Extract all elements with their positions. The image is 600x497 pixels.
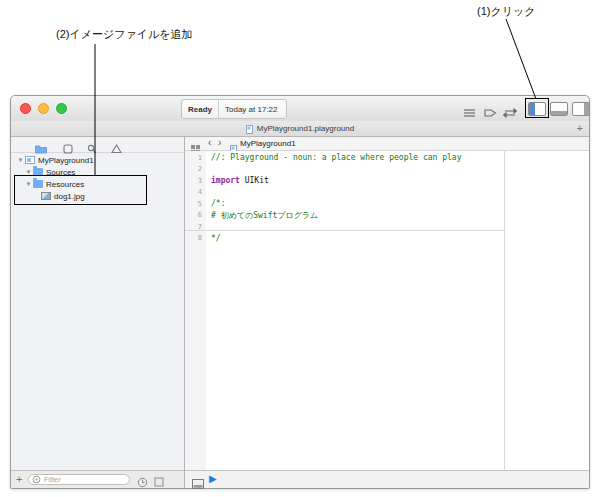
code-token-keyword: import <box>211 176 240 185</box>
back-button[interactable]: ‹ <box>208 137 211 148</box>
utilities-panel-fill <box>584 103 589 115</box>
zoom-window-button[interactable] <box>56 103 67 114</box>
code-line-2[interactable]: 2 <box>185 164 589 176</box>
add-file-button[interactable]: + <box>16 473 22 485</box>
recent-files-icon[interactable] <box>137 474 148 492</box>
run-playground-button[interactable]: ▶ <box>209 473 217 484</box>
toggle-navigator-button[interactable] <box>528 102 546 116</box>
code-line-8[interactable]: 8*/ <box>185 233 589 245</box>
navigator-item-label: Resources <box>46 180 84 189</box>
tab-bar[interactable]: MyPlayground1.playground + <box>11 121 589 137</box>
navigator-item-label: Sources <box>46 168 75 177</box>
tag-icon[interactable] <box>484 104 497 122</box>
code-token-comment: # 初めてのSwiftプログラム <box>211 211 318 220</box>
code-token-plain: UIKit <box>240 176 269 185</box>
navigator-item-dog1-jpg[interactable]: dog1.jpg <box>11 190 184 202</box>
navigator-panel-fill <box>529 103 535 115</box>
code-token-comment: /*: <box>211 199 225 208</box>
line-number: 6 <box>185 211 202 219</box>
debug-panel-fill <box>551 111 567 115</box>
annotation-add-image: (2)イメージファイルを追加 <box>56 27 193 42</box>
traffic-lights <box>20 103 67 114</box>
flagged-files-icon[interactable] <box>154 474 164 492</box>
navigator-panel: ▾MyPlayground1▾Sources▾Resourcesdog1.jpg… <box>11 137 185 488</box>
toggle-utilities-button[interactable] <box>572 102 590 116</box>
playground-file-icon <box>25 156 35 164</box>
playground-markup-divider <box>185 230 505 231</box>
code-token-comment: //: Playground - noun: a place where peo… <box>211 153 461 162</box>
folder-icon <box>33 168 43 176</box>
disclosure-triangle-icon[interactable]: ▾ <box>24 168 33 176</box>
disclosure-triangle-icon[interactable]: ▾ <box>16 156 25 164</box>
code-line-3[interactable]: 3import UIKit <box>185 175 589 187</box>
code-text: //: Playground - noun: a place where peo… <box>202 153 461 162</box>
line-number: 2 <box>185 165 202 173</box>
code-line-6[interactable]: 6# 初めてのSwiftプログラム <box>185 210 589 222</box>
filter-field[interactable]: Filter <box>28 474 130 485</box>
annotation-click: (1)クリック <box>477 4 535 19</box>
code-text: import UIKit <box>202 176 269 185</box>
file-tree: ▾MyPlayground1▾Sources▾Resourcesdog1.jpg <box>11 154 184 202</box>
navigator-item-label: dog1.jpg <box>54 192 85 201</box>
window-content: ▾MyPlayground1▾Sources▾Resourcesdog1.jpg… <box>11 137 589 488</box>
code-token-comment: */ <box>211 234 221 243</box>
source-editor[interactable]: 1//: Playground - noun: a place where pe… <box>185 151 589 470</box>
line-number: 8 <box>185 234 202 242</box>
toggle-debug-area-button[interactable] <box>550 102 568 116</box>
filter-placeholder: Filter <box>44 475 61 484</box>
line-number: 3 <box>185 177 202 185</box>
titlebar: Ready Today at 17:22 <box>11 96 589 122</box>
navigator-item-myplayground1[interactable]: ▾MyPlayground1 <box>11 154 184 166</box>
disclosure-triangle-icon[interactable]: ▾ <box>24 180 33 188</box>
code-line-1[interactable]: 1//: Playground - noun: a place where pe… <box>185 152 589 164</box>
annotation-line-click <box>506 19 536 99</box>
code-line-4[interactable]: 4 <box>185 187 589 199</box>
results-sidebar-divider <box>504 151 505 470</box>
screenshot-canvas: (1)クリック (2)イメージファイルを追加 Ready Today at 17… <box>0 0 600 497</box>
code-text: /*: <box>202 199 225 208</box>
minimize-window-button[interactable] <box>38 103 49 114</box>
add-tab-button[interactable]: + <box>577 122 583 134</box>
tab-title: MyPlayground1.playground <box>257 124 354 133</box>
tab-document-icon <box>246 120 253 138</box>
jump-bar: ‹ › MyPlayground1 <box>185 137 589 151</box>
status-primary: Ready <box>182 100 218 118</box>
code-text: */ <box>202 234 221 243</box>
forward-button[interactable]: › <box>218 137 221 148</box>
editor-list-icon[interactable] <box>463 104 476 122</box>
toggle-debug-icon[interactable] <box>192 475 204 493</box>
navigator-item-resources[interactable]: ▾Resources <box>11 178 184 190</box>
filter-scope-icon <box>32 475 41 484</box>
close-window-button[interactable] <box>20 103 31 114</box>
folder-icon <box>33 180 43 188</box>
editor-panel: ‹ › MyPlayground1 1//: Playground - noun… <box>185 137 589 488</box>
jumpbar-file-name[interactable]: MyPlayground1 <box>240 139 296 148</box>
line-number: 5 <box>185 200 202 208</box>
navigator-bottom-bar: + Filter <box>11 470 184 488</box>
xcode-window: Ready Today at 17:22 <box>10 95 590 489</box>
swap-arrows-icon[interactable] <box>503 104 517 122</box>
line-number: 1 <box>185 154 202 162</box>
navigator-item-sources[interactable]: ▾Sources <box>11 166 184 178</box>
image-file-icon <box>41 192 51 200</box>
debug-bar: ▶ <box>185 470 589 488</box>
code-text: # 初めてのSwiftプログラム <box>202 210 318 221</box>
navigator-item-label: MyPlayground1 <box>38 156 94 165</box>
line-number: 4 <box>185 188 202 196</box>
navigator-toolbar <box>11 137 184 153</box>
code-line-5[interactable]: 5/*: <box>185 198 589 210</box>
activity-viewer: Ready Today at 17:22 <box>181 99 287 119</box>
status-secondary: Today at 17:22 <box>219 100 283 118</box>
